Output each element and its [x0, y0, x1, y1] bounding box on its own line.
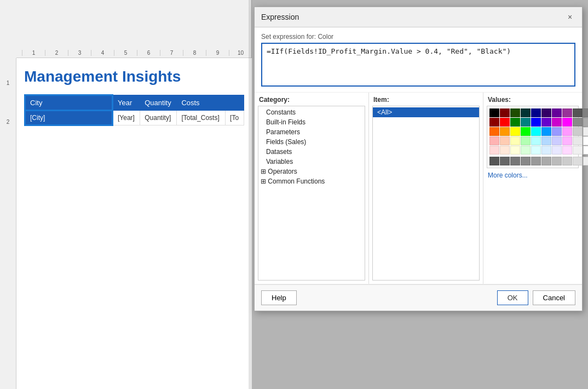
- color-lightblue[interactable]: [541, 136, 551, 145]
- quantity-header: Quantity: [140, 95, 177, 111]
- category-builtin-fields[interactable]: Built-in Fields: [258, 117, 365, 127]
- color-black[interactable]: [489, 108, 499, 117]
- gray10[interactable]: [583, 157, 588, 165]
- color-lightgreen[interactable]: [521, 136, 531, 145]
- color-white[interactable]: [583, 136, 588, 145]
- gray2[interactable]: [500, 157, 510, 165]
- category-fields-sales[interactable]: Fields (Sales): [258, 137, 365, 147]
- category-panel: Category: Constants Built-in Fields Para…: [255, 93, 369, 284]
- item-all[interactable]: <All>: [373, 107, 479, 117]
- gray8[interactable]: [562, 157, 572, 165]
- color-lime[interactable]: [521, 127, 531, 136]
- color-lightpurple[interactable]: [562, 136, 572, 145]
- expression-input-wrapper[interactable]: =IIf(Fields!ID_Profit_Margin.Value > 0.4…: [261, 43, 575, 87]
- item-panel-header: Item:: [369, 93, 483, 106]
- costs-header: Costs: [177, 95, 226, 111]
- category-constants[interactable]: Constants: [258, 107, 365, 117]
- color-pastellavender[interactable]: [552, 146, 562, 155]
- color-pastelred[interactable]: [489, 146, 499, 155]
- color-pastelyellow[interactable]: [510, 146, 520, 155]
- category-variables[interactable]: Variables: [258, 157, 365, 167]
- color-indigo[interactable]: [541, 108, 551, 117]
- color-darkred2[interactable]: [489, 118, 499, 127]
- values-panel: Values:: [483, 93, 582, 284]
- category-common-functions[interactable]: ⊞ Common Functions: [258, 176, 365, 186]
- color-pink[interactable]: [562, 127, 572, 136]
- color-lightcyan[interactable]: [531, 136, 541, 145]
- color-red[interactable]: [500, 118, 510, 127]
- cancel-button[interactable]: Cancel: [533, 290, 575, 305]
- color-blue[interactable]: [531, 118, 541, 127]
- gray4[interactable]: [521, 157, 531, 165]
- color-amber[interactable]: [500, 127, 510, 136]
- expression-dialog: Expression × Set expression for: Color =…: [254, 7, 583, 311]
- color-peach[interactable]: [500, 136, 510, 145]
- close-button[interactable]: ×: [564, 12, 575, 22]
- gray9[interactable]: [573, 157, 583, 165]
- dialog-titlebar: Expression ×: [255, 7, 582, 27]
- gray6[interactable]: [541, 157, 551, 165]
- expression-input[interactable]: =IIf(Fields!ID_Profit_Margin.Value > 0.4…: [267, 47, 570, 80]
- color-yellow[interactable]: [510, 127, 520, 136]
- color-silver[interactable]: [573, 127, 583, 136]
- ok-button[interactable]: OK: [497, 290, 528, 305]
- color-medgray[interactable]: [573, 118, 583, 127]
- category-parameters[interactable]: Parameters: [258, 127, 365, 137]
- color-nearwhite[interactable]: [583, 127, 588, 136]
- color-pastelcyan[interactable]: [531, 146, 541, 155]
- color-violet[interactable]: [562, 108, 572, 117]
- color-magenta[interactable]: [552, 118, 562, 127]
- color-offwhite[interactable]: [573, 146, 583, 155]
- gray5[interactable]: [531, 157, 541, 165]
- horizontal-ruler: 1 2 3 4 5 6 7 8 9 10: [16, 48, 251, 58]
- city-cell[interactable]: [City]: [25, 111, 113, 125]
- category-panel-header: Category:: [255, 93, 368, 106]
- color-pastelpink[interactable]: [562, 146, 572, 155]
- color-darkteal[interactable]: [521, 108, 531, 117]
- color-white2[interactable]: [583, 146, 588, 155]
- color-darkgray1[interactable]: [573, 108, 583, 117]
- gray1[interactable]: [489, 157, 499, 165]
- report-area: Management Insights City Year Quantity C…: [16, 58, 252, 389]
- panels-row: Category: Constants Built-in Fields Para…: [255, 93, 582, 284]
- color-lavender[interactable]: [552, 136, 562, 145]
- color-skyblue[interactable]: [541, 127, 551, 136]
- expression-section: Set expression for: Color =IIf(Fields!ID…: [255, 27, 582, 93]
- category-datasets[interactable]: Datasets: [258, 147, 365, 157]
- report-table: City Year Quantity Costs [City] [Year] Q…: [24, 94, 244, 126]
- color-pastelorange[interactable]: [500, 146, 510, 155]
- category-list[interactable]: Constants Built-in Fields Parameters Fie…: [258, 106, 365, 281]
- category-operators[interactable]: ⊞ Operators: [258, 167, 365, 176]
- color-purple[interactable]: [552, 108, 562, 117]
- color-fuchsia[interactable]: [562, 118, 572, 127]
- color-nearwhite2[interactable]: [573, 136, 583, 145]
- color-green[interactable]: [510, 118, 520, 127]
- values-panel-header: Values:: [483, 93, 582, 106]
- quantity-cell: Quantity]: [140, 111, 177, 125]
- color-teal[interactable]: [521, 118, 531, 127]
- item-list[interactable]: <All>: [372, 106, 480, 281]
- color-darkgreen[interactable]: [510, 108, 520, 117]
- color-orange[interactable]: [489, 127, 499, 136]
- table-row: [City] [Year] Quantity] [Total_Costs] [T…: [25, 111, 244, 125]
- color-lightgray[interactable]: [583, 118, 588, 127]
- expression-label: Set expression for: Color: [261, 33, 575, 41]
- color-lightyellow[interactable]: [510, 136, 520, 145]
- help-button[interactable]: Help: [261, 290, 297, 305]
- color-periwinkle[interactable]: [552, 127, 562, 136]
- color-purple2[interactable]: [541, 118, 551, 127]
- gray3[interactable]: [510, 157, 520, 165]
- color-grid: [489, 108, 576, 155]
- year-header: Year: [113, 95, 140, 111]
- color-cyan[interactable]: [531, 127, 541, 136]
- color-pastelblue[interactable]: [541, 146, 551, 155]
- color-darkred[interactable]: [500, 108, 510, 117]
- color-pastelgreen[interactable]: [521, 146, 531, 155]
- color-darkblue[interactable]: [531, 108, 541, 117]
- color-lightpink[interactable]: [489, 136, 499, 145]
- color-gray[interactable]: [583, 108, 588, 117]
- city-header[interactable]: City: [25, 95, 113, 111]
- dialog-footer: Help OK Cancel: [255, 284, 582, 311]
- more-colors-link[interactable]: More colors...: [483, 168, 582, 182]
- gray7[interactable]: [552, 157, 562, 165]
